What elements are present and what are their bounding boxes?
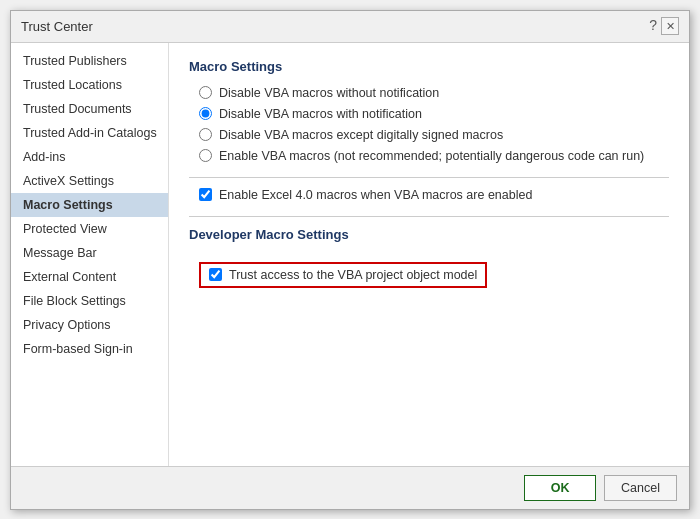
sidebar-item-external-content[interactable]: External Content (11, 265, 168, 289)
dialog-title: Trust Center (21, 19, 93, 34)
footer: OK Cancel (11, 466, 689, 509)
ok-button[interactable]: OK (524, 475, 596, 501)
radio-label-opt2: Disable VBA macros with notification (219, 107, 422, 121)
cancel-button[interactable]: Cancel (604, 475, 677, 501)
sidebar-item-privacy-options[interactable]: Privacy Options (11, 313, 168, 337)
divider-1 (189, 177, 669, 178)
sidebar-item-message-bar[interactable]: Message Bar (11, 241, 168, 265)
divider-2 (189, 216, 669, 217)
macro-settings-title: Macro Settings (189, 59, 669, 74)
excel-macro-label: Enable Excel 4.0 macros when VBA macros … (219, 188, 532, 202)
sidebar-item-trusted-publishers[interactable]: Trusted Publishers (11, 49, 168, 73)
sidebar-item-trusted-addin-catalogs[interactable]: Trusted Add-in Catalogs (11, 121, 168, 145)
trust-access-checkbox[interactable] (209, 268, 222, 281)
sidebar-item-file-block-settings[interactable]: File Block Settings (11, 289, 168, 313)
radio-opt1[interactable] (199, 86, 212, 99)
radio-item-opt2: Disable VBA macros with notification (199, 107, 669, 121)
radio-label-opt4: Enable VBA macros (not recommended; pote… (219, 149, 644, 163)
radio-label-opt1: Disable VBA macros without notification (219, 86, 439, 100)
title-bar: Trust Center ? ✕ (11, 11, 689, 43)
sidebar-item-trusted-documents[interactable]: Trusted Documents (11, 97, 168, 121)
sidebar-item-add-ins[interactable]: Add-ins (11, 145, 168, 169)
trust-access-box: Trust access to the VBA project object m… (199, 262, 487, 288)
sidebar-item-activex-settings[interactable]: ActiveX Settings (11, 169, 168, 193)
radio-label-opt3: Disable VBA macros except digitally sign… (219, 128, 503, 142)
sidebar: Trusted PublishersTrusted LocationsTrust… (11, 43, 169, 466)
title-actions: ? ✕ (649, 17, 679, 35)
title-bar-left: Trust Center (21, 19, 93, 34)
trust-access-label: Trust access to the VBA project object m… (229, 268, 477, 282)
sidebar-item-trusted-locations[interactable]: Trusted Locations (11, 73, 168, 97)
excel-macro-checkbox[interactable] (199, 188, 212, 201)
radio-item-opt3: Disable VBA macros except digitally sign… (199, 128, 669, 142)
main-panel: Macro Settings Disable VBA macros withou… (169, 43, 689, 466)
radio-item-opt4: Enable VBA macros (not recommended; pote… (199, 149, 669, 163)
radio-opt2[interactable] (199, 107, 212, 120)
sidebar-item-protected-view[interactable]: Protected View (11, 217, 168, 241)
radio-opt3[interactable] (199, 128, 212, 141)
developer-section: Developer Macro Settings Trust access to… (189, 227, 669, 288)
sidebar-item-macro-settings[interactable]: Macro Settings (11, 193, 168, 217)
developer-section-title: Developer Macro Settings (189, 227, 669, 242)
close-button[interactable]: ✕ (661, 17, 679, 35)
excel-macro-checkbox-item: Enable Excel 4.0 macros when VBA macros … (199, 188, 669, 202)
radio-opt4[interactable] (199, 149, 212, 162)
radio-group: Disable VBA macros without notificationD… (199, 86, 669, 163)
trust-center-dialog: Trust Center ? ✕ Trusted PublishersTrust… (10, 10, 690, 510)
sidebar-item-form-based-signin[interactable]: Form-based Sign-in (11, 337, 168, 361)
content-area: Trusted PublishersTrusted LocationsTrust… (11, 43, 689, 466)
help-icon[interactable]: ? (649, 17, 657, 35)
radio-item-opt1: Disable VBA macros without notification (199, 86, 669, 100)
